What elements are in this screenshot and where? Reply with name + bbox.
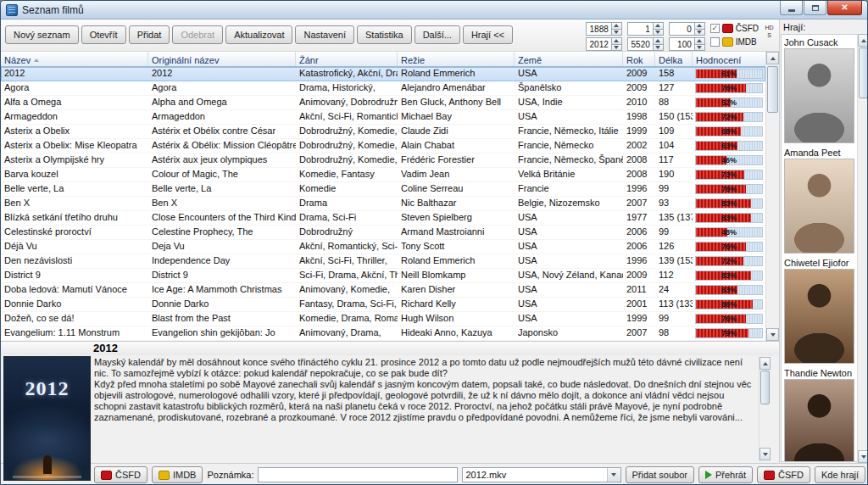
spin-down-button[interactable] (654, 44, 664, 52)
toolbar-button[interactable]: Odebrat (172, 25, 223, 44)
cast-item[interactable]: John Cusack (782, 36, 856, 143)
scroll-up-button[interactable] (858, 34, 868, 47)
toolbar-button[interactable]: Nastavení (295, 25, 354, 44)
cell-rezie: Armand Mastroianni (398, 226, 515, 239)
table-row[interactable]: Dožeň, co se dá!Blast from the PastKomed… (1, 312, 765, 326)
spin-down-button[interactable] (612, 44, 622, 52)
spin-up-button[interactable] (612, 22, 622, 29)
cell-zeme: USA, Indie (515, 96, 623, 109)
source-checkbox[interactable] (710, 37, 720, 47)
table-row[interactable]: ArmageddonArmageddonAkční, Sci-Fi, Roman… (1, 110, 765, 125)
where-playing-button[interactable]: Kde hrají (815, 466, 865, 483)
toolbar-button[interactable]: Otevřít (81, 25, 126, 44)
scroll-up-button[interactable] (760, 357, 771, 370)
rating-bar: 72% (695, 256, 763, 266)
column-header-hodnoceni[interactable]: Hodnocení (693, 52, 765, 66)
cast-scrollbar[interactable] (857, 34, 868, 463)
column-header-zeme[interactable]: Země (515, 52, 623, 66)
table-row[interactable]: Blízká setkání třetího druhuClose Encoun… (1, 211, 765, 226)
cell-orig: Ben X (148, 197, 296, 210)
toolbar-button[interactable]: Nový seznam (5, 25, 79, 44)
spin-down-button[interactable] (695, 29, 705, 36)
year-to-value[interactable]: 2012 (586, 37, 612, 51)
description-scrollbar[interactable] (759, 357, 771, 460)
spin-down-button[interactable] (695, 44, 705, 52)
toolbar-button[interactable]: Přidat (129, 25, 170, 44)
scroll-thumb[interactable] (760, 371, 770, 404)
table-row[interactable]: Asterix a ObelixAstérix et Obélix contre… (1, 125, 765, 139)
toolbar-button[interactable]: Statistika (357, 25, 412, 44)
scroll-down-button[interactable] (766, 328, 779, 341)
csfd-detail-button[interactable]: ČSFD (757, 466, 810, 483)
cast-item[interactable]: Thandie Newton (782, 366, 856, 462)
rating-to-value[interactable]: 100 (669, 37, 695, 51)
table-row[interactable]: AgoraAgoraDrama, Historický,Alejandro Am… (1, 81, 765, 96)
spin-up-button[interactable] (612, 37, 622, 44)
rating-value: 46% (696, 156, 762, 165)
cell-rok: 2008 (623, 168, 655, 181)
file-select[interactable]: 2012.mkv (462, 467, 621, 482)
cast-item[interactable]: Amanda Peet (782, 146, 856, 254)
source-row-csfd[interactable]: ČSFD (710, 24, 759, 33)
source-checkbox[interactable] (710, 24, 720, 33)
column-header-rezie[interactable]: Režie (398, 52, 515, 66)
table-row[interactable]: Déjà VuDeja VuAkční, Romantický, Sci-Fi,… (1, 240, 765, 254)
spin-up-button[interactable] (654, 37, 664, 44)
table-row[interactable]: Belle verte, LaBelle verte, LaKomedieCol… (1, 182, 765, 197)
column-header-nazev[interactable]: Název (1, 52, 148, 66)
table-row[interactable]: District 9District 9Sci-Fi, Drama, Akční… (1, 269, 765, 283)
description-paragraph: Mayský kalendář by měl dosáhnout konce s… (94, 357, 759, 379)
table-row[interactable]: Alfa a OmegaAlpha and OmegaAnimovaný, Do… (1, 96, 765, 110)
close-button[interactable] (827, 1, 862, 15)
spin-down-button[interactable] (612, 29, 622, 36)
rating-from-value[interactable]: 0 (669, 22, 695, 36)
note-input[interactable] (258, 467, 457, 482)
table-row[interactable]: Celestinské proroctvíCelestine Prophecy,… (1, 226, 765, 240)
cell-nazev: Celestinské proroctví (1, 226, 148, 239)
column-header-rok[interactable]: Rok (623, 52, 655, 66)
scroll-thumb[interactable] (859, 47, 868, 98)
scroll-down-button[interactable] (858, 450, 868, 463)
play-button[interactable]: Přehrát (698, 466, 753, 483)
column-header-zanr[interactable]: Žánr (296, 52, 398, 66)
scroll-up-button[interactable] (766, 52, 779, 64)
table-row[interactable]: Den nezávislostiIndependence DayAkční, S… (1, 254, 765, 269)
column-header-delka[interactable]: Délka (655, 52, 693, 66)
toolbar-button[interactable]: Hrají << (463, 25, 513, 44)
csfd-button[interactable]: ČSFD (94, 466, 147, 483)
source-row-imdb[interactable]: IMDB (710, 37, 759, 47)
scroll-thumb[interactable] (767, 66, 778, 113)
imdb-button[interactable]: IMDB (152, 466, 203, 483)
rating-bar: 72% (695, 112, 763, 122)
table-row[interactable]: Donnie DarkoDonnie DarkoFantasy, Drama, … (1, 298, 765, 312)
cell-zanr: Akční, Sci-Fi, Romantický, (296, 110, 398, 124)
table-row[interactable]: Barva kouzelColour of Magic, TheKomedie,… (1, 168, 765, 182)
scroll-down-button[interactable] (760, 448, 771, 460)
year-from-value[interactable]: 1888 (586, 22, 612, 36)
cell-zanr: Komedie, Fantasy (296, 168, 398, 181)
table-row[interactable]: Asterix a Olympijské hryAstérix aux jeux… (1, 153, 765, 168)
spin-down-button[interactable] (654, 29, 664, 36)
actor-photo (784, 159, 854, 254)
length-to-value[interactable]: 5520 (627, 37, 654, 51)
cast-item[interactable]: Chiwetel Ejiofor (782, 256, 856, 364)
table-row[interactable]: 20122012Katastrofický, Akční, Drama,Rola… (1, 67, 765, 81)
table-row[interactable]: Asterix a Obelix: Mise KleopatraAstérix … (1, 139, 765, 153)
length-from-value[interactable]: 1 (627, 22, 654, 36)
table-row[interactable]: Ben XBen XDramaNic BalthazarBelgie, Nizo… (1, 197, 765, 211)
spin-up-button[interactable] (695, 37, 705, 44)
cell-zanr: Drama, Sci-Fi (296, 211, 398, 225)
minimize-button[interactable] (780, 1, 803, 15)
toolbar-button[interactable]: Aktualizovat (225, 25, 292, 44)
chevron-down-icon[interactable] (607, 468, 620, 482)
table-scrollbar[interactable] (765, 52, 779, 341)
table-row[interactable]: Doba ledová: Mamutí VánoceIce Age: A Mam… (1, 283, 765, 298)
table-row[interactable]: Evangelium: 1.11 MonstrumEvangelion shin… (1, 326, 765, 341)
add-file-button[interactable]: Přidat soubor (626, 466, 694, 483)
toolbar-button[interactable]: Další... (415, 25, 460, 44)
column-header-orig[interactable]: Originální název (148, 52, 296, 66)
spin-up-button[interactable] (654, 22, 664, 29)
chevron-up-icon (614, 24, 619, 27)
spin-up-button[interactable] (695, 22, 705, 29)
maximize-button[interactable] (804, 1, 826, 15)
